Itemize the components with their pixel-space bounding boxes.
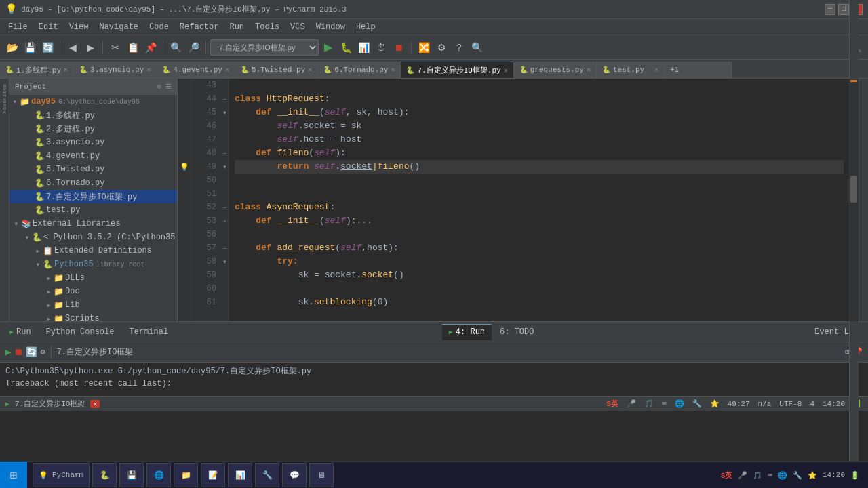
tree-ext-libs[interactable]: ▼ 📚 External Libraries: [9, 217, 177, 230]
fold-arrow-48[interactable]: ─: [223, 150, 226, 157]
tree-doc[interactable]: ▶ 📁 Doc: [9, 285, 177, 298]
menu-run[interactable]: Run: [224, 19, 250, 35]
taskbar-icon-7[interactable]: 🔧: [255, 463, 279, 487]
tab-close-icon[interactable]: ✕: [654, 66, 658, 74]
debug-button[interactable]: 🐛: [338, 39, 354, 56]
bottom-tab-4-run[interactable]: ▶ 4: Run: [442, 324, 492, 340]
toolbar-cut[interactable]: ✂: [107, 39, 123, 56]
menu-file[interactable]: File: [3, 19, 33, 35]
tab-close-icon[interactable]: ✕: [64, 66, 68, 74]
restore-button[interactable]: □: [838, 4, 849, 15]
toolbar-back[interactable]: ◀: [64, 39, 81, 56]
menu-tools[interactable]: Tools: [250, 19, 285, 35]
taskbar-icon-6[interactable]: 📊: [228, 463, 252, 487]
run-configuration-dropdown[interactable]: 7.自定义异步IO框架.py: [210, 39, 319, 56]
toolbar-paste[interactable]: 📌: [142, 39, 159, 56]
tree-file-5[interactable]: 🐍 5.Twisted.py: [9, 163, 177, 176]
stop-button[interactable]: ⏹: [391, 39, 407, 56]
fold-arrow-45[interactable]: ▼: [223, 110, 226, 116]
tab-multithread[interactable]: 🐍 1.多线程.py ✕: [0, 62, 74, 78]
toolbar-find-usages[interactable]: 🔎: [185, 39, 201, 56]
tree-scripts[interactable]: ▶ 📁 Scripts: [9, 312, 177, 321]
run-toolbar-icon: ▶: [5, 346, 11, 358]
tab-overflow[interactable]: +1: [665, 62, 732, 78]
taskbar-icon-3[interactable]: 🌐: [146, 463, 171, 487]
bottom-tab-todo[interactable]: 6: TODO: [493, 324, 540, 340]
tab-close-icon[interactable]: ✕: [225, 66, 229, 74]
tree-file-3[interactable]: 🐍 3.asyncio.py: [9, 136, 177, 149]
toolbar-forward[interactable]: ▶: [82, 39, 98, 56]
fold-arrow-58[interactable]: ▼: [223, 259, 226, 265]
tree-file-1[interactable]: 🐍 1.多线程.py: [9, 108, 177, 122]
menu-window[interactable]: Window: [311, 19, 351, 35]
run-toolbar-settings[interactable]: ⚙: [40, 347, 45, 357]
tab-test[interactable]: 🐍 test.py ✕: [597, 62, 665, 78]
settings-button[interactable]: ⚙: [433, 39, 450, 56]
tab-asyncio[interactable]: 🐍 3.asyncio.py ✕: [74, 62, 157, 78]
tab-scrollbar[interactable]: ▼: [849, 60, 859, 79]
fold-arrow-49[interactable]: ▼: [223, 164, 226, 170]
tree-root[interactable]: ▼ 📁 day95 G:\python_code\day95: [9, 95, 177, 108]
menu-help[interactable]: Help: [351, 19, 381, 35]
menu-vcs[interactable]: VCS: [285, 19, 311, 35]
tree-file-4[interactable]: 🐍 4.gevent.py: [9, 149, 177, 163]
fold-arrow[interactable]: ─: [223, 96, 226, 102]
tab-grequests[interactable]: 🐍 grequests.py ✕: [514, 62, 597, 78]
taskbar-icon-4[interactable]: 📁: [174, 463, 198, 487]
vcs-button[interactable]: 🔀: [416, 39, 432, 56]
tab-twisted[interactable]: 🐍 5.Twisted.py ✕: [235, 62, 318, 78]
taskbar-icon-1[interactable]: 🐍: [92, 463, 117, 487]
tree-file-6[interactable]: 🐍 6.Tornado.py: [9, 176, 177, 190]
tree-file-7[interactable]: 🐍 7.自定义异步IO框架.py: [9, 190, 177, 203]
tab-close-icon[interactable]: ✕: [146, 66, 151, 74]
taskbar-pycharm[interactable]: 💡 PyCharm: [33, 463, 90, 487]
menu-view[interactable]: View: [64, 19, 94, 35]
help-button[interactable]: ?: [451, 39, 467, 56]
taskbar-icon-2[interactable]: 💾: [119, 463, 144, 487]
menu-refactor[interactable]: Refactor: [174, 19, 224, 35]
tab-main-file[interactable]: 🐍 7.自定义异步IO框架.py ✕: [401, 62, 513, 78]
fold-arrow-53[interactable]: +: [223, 218, 226, 224]
taskbar-icon-8[interactable]: 💬: [282, 463, 307, 487]
tree-python35[interactable]: ▼ 🐍 Python35 library root: [9, 258, 177, 271]
tab-tornado[interactable]: 🐍 6.Tornado.py ✕: [318, 62, 401, 78]
minimize-button[interactable]: ─: [825, 4, 835, 15]
menu-edit[interactable]: Edit: [33, 19, 64, 35]
bottom-tab-run[interactable]: ▶ Run: [3, 324, 38, 340]
run-button[interactable]: ▶: [320, 39, 336, 56]
tree-file-8[interactable]: 🐍 test.py: [9, 203, 177, 217]
tab-close-icon[interactable]: ✕: [391, 66, 395, 74]
tab-close-icon[interactable]: ✕: [308, 66, 312, 74]
tree-python352[interactable]: ▼ 🐍 < Python 3.5.2 (C:\Python35: [9, 230, 177, 244]
find-action[interactable]: 🔍: [469, 39, 485, 56]
tab-close-icon[interactable]: ✕: [587, 66, 591, 74]
tree-lib[interactable]: ▶ 📁 Lib: [9, 298, 177, 312]
run-with-coverage[interactable]: 📊: [355, 39, 372, 56]
tab-gevent[interactable]: 🐍 4.gevent.py ✕: [157, 62, 235, 78]
bottom-tab-python-console[interactable]: Python Console: [39, 324, 121, 340]
start-button[interactable]: ⊞: [0, 462, 27, 488]
toolbar-sync[interactable]: 🔄: [39, 39, 56, 56]
run-toolbar-rerun[interactable]: 🔄: [26, 346, 37, 358]
toolbar-save[interactable]: 💾: [22, 39, 38, 56]
menu-navigate[interactable]: Navigate: [94, 19, 144, 35]
bottom-tab-terminal[interactable]: Terminal: [122, 324, 175, 340]
code-content[interactable]: class HttpRequest: def __init__(self, sk…: [229, 79, 849, 321]
tree-file-2[interactable]: 🐍 2.多进程.py: [9, 122, 177, 136]
fold-arrow-57[interactable]: ─: [223, 245, 226, 251]
toolbar-open[interactable]: 📂: [4, 39, 20, 56]
menu-code[interactable]: Code: [144, 19, 174, 35]
profile-button[interactable]: ⏱: [373, 39, 389, 56]
scrollbar[interactable]: [849, 79, 859, 321]
fold-arrow-52[interactable]: ─: [223, 205, 226, 211]
tab-close-icon[interactable]: ✕: [504, 66, 508, 75]
toolbar-search[interactable]: 🔍: [167, 39, 184, 56]
tree-ext-defs[interactable]: ▶ 📋 Extended Definitions: [9, 244, 177, 258]
toolbar-copy[interactable]: 📋: [125, 39, 141, 56]
gutter-lightbulb-row[interactable]: 💡: [178, 160, 191, 174]
tree-dlls[interactable]: ▶ 📁 DLLs: [9, 271, 177, 285]
scrollbar-thumb[interactable]: [850, 176, 857, 203]
run-toolbar-stop[interactable]: ⏹: [14, 347, 23, 358]
taskbar-icon-5[interactable]: 📝: [201, 463, 225, 487]
taskbar-icon-9[interactable]: 🖥: [309, 463, 334, 487]
